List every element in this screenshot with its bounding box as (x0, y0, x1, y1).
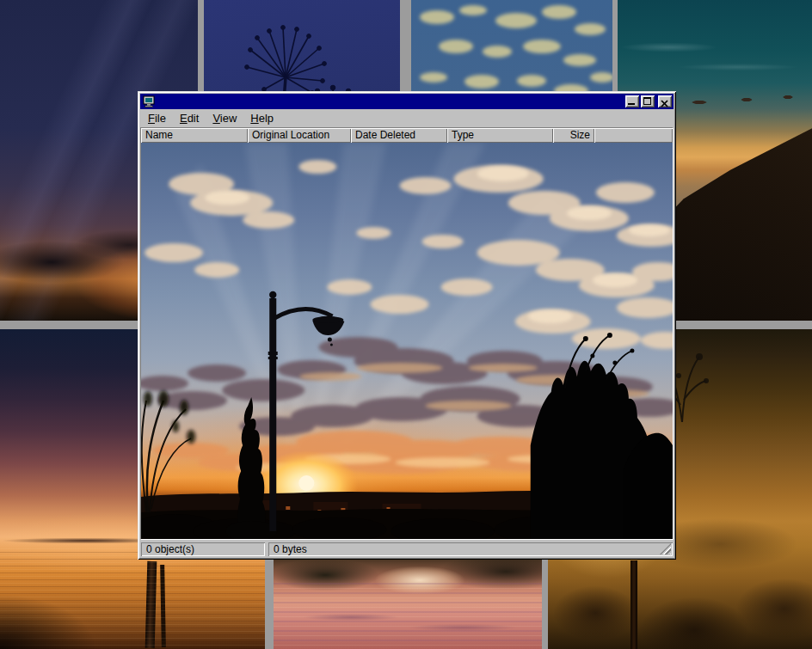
close-button[interactable] (658, 95, 672, 107)
column-header-size[interactable]: Size (553, 128, 594, 143)
sunset-photo (141, 143, 673, 539)
status-object-count: 0 object(s) (141, 542, 265, 556)
column-header-name[interactable]: Name (141, 128, 248, 143)
minimize-button[interactable] (625, 95, 639, 107)
sun (298, 475, 314, 491)
list-viewport[interactable] (141, 143, 673, 539)
menubar: File Edit View Help (140, 109, 674, 127)
status-bar: 0 object(s) 0 bytes (140, 540, 674, 557)
status-byte-count: 0 bytes (268, 542, 673, 556)
water-pole-silhouette (145, 561, 157, 648)
column-header-type[interactable]: Type (447, 128, 553, 143)
column-header-date-deleted[interactable]: Date Deleted (351, 128, 447, 143)
menu-item-file[interactable]: File (141, 110, 173, 126)
file-list: Name Original Location Date Deleted Type… (140, 127, 674, 540)
menu-item-view[interactable]: View (206, 110, 243, 126)
computer-icon (142, 95, 156, 107)
menu-item-help[interactable]: Help (243, 110, 280, 126)
close-icon (661, 97, 668, 110)
maximize-button[interactable] (641, 95, 655, 107)
titlebar[interactable] (140, 94, 674, 109)
minimize-icon (628, 103, 635, 105)
maximize-icon (643, 97, 651, 105)
window-controls (625, 95, 672, 107)
desktop: File Edit View Help Name Original Locati… (0, 0, 812, 649)
column-headers: Name Original Location Date Deleted Type… (141, 128, 673, 143)
column-header-filler (594, 128, 673, 143)
column-header-original-location[interactable]: Original Location (248, 128, 351, 143)
menu-item-edit[interactable]: Edit (173, 110, 206, 126)
lamp-post-silhouette (631, 560, 637, 649)
water-pole-silhouette-thin (160, 565, 166, 647)
recycle-bin-window: File Edit View Help Name Original Locati… (138, 91, 676, 560)
